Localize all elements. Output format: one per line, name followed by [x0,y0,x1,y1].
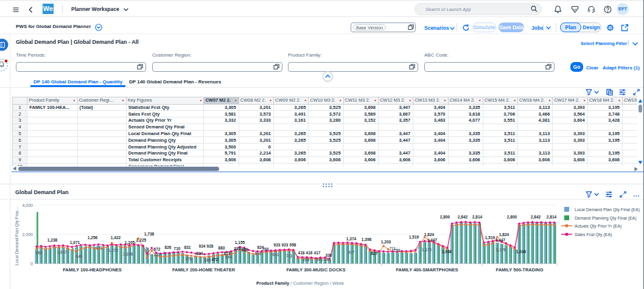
svg-text:710: 710 [174,246,181,251]
svg-text:1,422: 1,422 [111,235,121,240]
svg-text:2,000: 2,000 [22,232,33,237]
svg-text:1,824: 1,824 [499,232,509,237]
svg-text:971: 971 [96,246,103,250]
svg-text:1,398: 1,398 [362,237,372,242]
svg-text:834: 834 [197,251,203,256]
svg-text:417: 417 [314,251,321,255]
svg-text:1,047: 1,047 [57,250,68,255]
svg-text:958: 958 [290,243,296,247]
svg-text:1,105: 1,105 [125,240,135,245]
svg-text:FAMILY 500-TRADING: FAMILY 500-TRADING [496,267,544,273]
svg-text:2,814: 2,814 [547,215,557,220]
svg-text:711: 711 [286,254,293,258]
svg-text:711: 711 [390,246,396,251]
svg-text:594: 594 [225,255,232,259]
svg-text:1,824: 1,824 [424,232,435,237]
svg-text:FAMILY 300-MUSIC DOCKS: FAMILY 300-MUSIC DOCKS [286,267,345,273]
svg-text:2,842: 2,842 [531,215,541,220]
svg-text:Demand Planning Qty Final (EA): Demand Planning Qty Final (EA) [575,216,637,221]
svg-text:1,447: 1,447 [495,238,506,243]
svg-text:416: 416 [306,251,313,255]
svg-text:1,036: 1,036 [516,249,527,254]
svg-text:418: 418 [298,251,305,255]
svg-text:4,000: 4,000 [22,203,33,207]
svg-text:375: 375 [186,257,192,261]
svg-text:1,176: 1,176 [422,248,432,252]
svg-text:641: 641 [273,252,279,257]
svg-text:Sales Fcst Qty (EA): Sales Fcst Qty (EA) [575,232,612,237]
svg-text:1,519: 1,519 [485,235,495,240]
svg-text:923: 923 [282,243,289,247]
svg-text:283: 283 [303,257,310,262]
svg-text:1,519: 1,519 [409,235,419,240]
svg-text:703: 703 [262,247,269,251]
svg-text:391: 391 [317,257,323,262]
svg-text:927: 927 [348,250,355,254]
svg-text:2,800: 2,800 [440,215,450,220]
svg-text:803: 803 [255,251,262,256]
svg-text:2,800: 2,800 [507,215,517,220]
svg-text:672: 672 [154,247,161,251]
svg-text:1,176: 1,176 [496,248,506,252]
svg-text:1,238: 1,238 [47,238,58,243]
svg-text:336: 336 [326,253,332,257]
svg-text:1,108: 1,108 [123,252,133,257]
svg-text:1,374: 1,374 [346,237,357,242]
svg-text:386: 386 [205,258,211,262]
svg-text:1,036: 1,036 [442,249,452,254]
svg-text:1,155: 1,155 [235,240,245,245]
svg-text:FAMILY 200-HOME THEATER: FAMILY 200-HOME THEATER [172,267,236,273]
svg-text:Local Demand Plan Qty Final (E: Local Demand Plan Qty Final (EA) [575,207,640,212]
svg-text:923: 923 [274,243,281,247]
svg-text:827: 827 [371,251,378,256]
svg-text:840: 840 [76,254,83,259]
svg-text:1,256: 1,256 [88,235,98,240]
svg-text:FAMILY 400-SMARTPHONES: FAMILY 400-SMARTPHONES [396,267,458,273]
svg-text:1,738: 1,738 [144,232,155,237]
svg-text:883: 883 [219,246,225,250]
svg-text:2,814: 2,814 [472,215,483,220]
svg-text:831: 831 [184,245,191,249]
svg-text:826: 826 [165,245,172,249]
svg-text:2,842: 2,842 [458,215,468,220]
svg-text:FAMILY 100-HEADPHONES: FAMILY 100-HEADPHONES [63,267,122,273]
svg-text:1,071: 1,071 [70,240,80,245]
svg-text:721: 721 [234,246,241,251]
svg-text:969: 969 [36,251,43,255]
svg-text:1,225: 1,225 [136,238,147,243]
svg-text:399: 399 [324,257,331,262]
svg-text:1,447: 1,447 [427,238,438,243]
svg-text:Actuals Qty Prior Yr (EA): Actuals Qty Prior Yr (EA) [575,224,621,229]
svg-text:928: 928 [207,244,214,248]
svg-text:472: 472 [212,257,219,262]
svg-text:924: 924 [199,244,206,248]
svg-text:1,203: 1,203 [381,240,391,245]
svg-text:0: 0 [30,262,33,266]
svg-text:686: 686 [242,248,248,252]
svg-text:1,270: 1,270 [108,248,119,253]
svg-text:282: 282 [154,252,161,257]
